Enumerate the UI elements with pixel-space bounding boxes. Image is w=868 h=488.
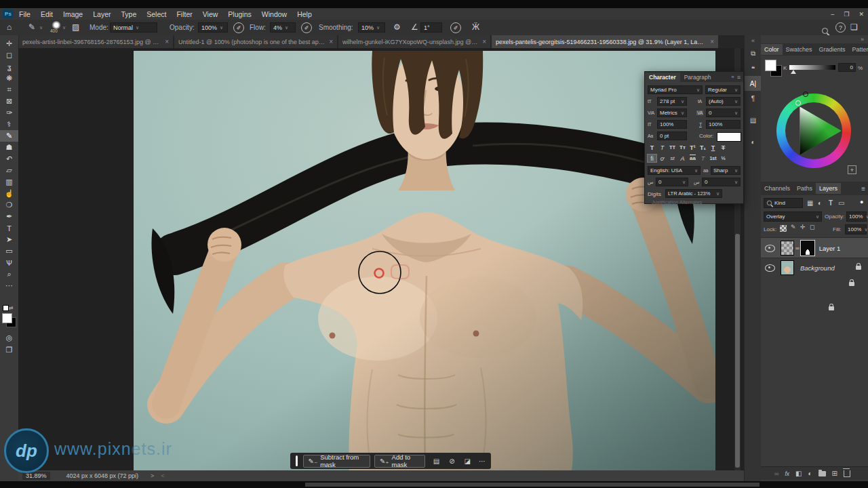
background-layer-name[interactable]: Background xyxy=(800,264,835,272)
tab-paths[interactable]: Paths xyxy=(793,183,816,194)
canvas-photo[interactable] xyxy=(134,51,715,470)
frame-tool[interactable]: ⊠ xyxy=(0,96,18,107)
default-colors-icon[interactable] xyxy=(3,305,9,311)
mask-output-icon[interactable]: ▤ xyxy=(433,458,439,465)
new-group-icon[interactable] xyxy=(818,471,826,476)
smoothing-select[interactable]: 10% xyxy=(358,22,385,33)
layer1-thumbnail[interactable] xyxy=(781,241,794,256)
ordinals-button[interactable]: 1st xyxy=(708,154,718,163)
zoom-tool[interactable]: ⌕ xyxy=(0,268,18,280)
brush-picker-chevron-icon[interactable]: ∨ xyxy=(62,25,66,30)
k-slider-thumb[interactable] xyxy=(791,70,796,74)
menu-plugins[interactable]: Plugins xyxy=(228,10,251,18)
superscript-button[interactable]: T¹ xyxy=(688,143,698,152)
subtract-from-mask-button[interactable]: ✎₋ Subtract from mask xyxy=(303,455,370,468)
paragraph-panel-icon[interactable]: ¶ xyxy=(745,91,762,106)
layers-panel-menu-icon[interactable]: ≡ xyxy=(861,185,865,192)
menu-edit[interactable]: Edit xyxy=(41,10,53,18)
fractions-button[interactable]: ½ xyxy=(718,154,728,163)
preset-chevron-icon[interactable]: ∨ xyxy=(39,25,43,30)
menu-layer[interactable]: Layer xyxy=(93,10,111,18)
clone-source-icon[interactable]: ⧉ xyxy=(745,46,762,61)
tab-close-icon[interactable]: × xyxy=(165,38,169,45)
flow-select[interactable]: 4% xyxy=(270,22,296,33)
comments-icon[interactable]: ❝ xyxy=(745,61,762,76)
layer1-mask-thumbnail[interactable] xyxy=(801,241,814,256)
crop-tool[interactable]: ⌗ xyxy=(0,84,18,96)
font-style-select[interactable]: Regular xyxy=(705,85,741,94)
menu-image[interactable]: Image xyxy=(63,10,83,18)
menu-filter[interactable]: Filter xyxy=(176,10,192,18)
new-layer-icon[interactable]: ⊞ xyxy=(832,470,837,477)
smoothing-options-gear-icon[interactable]: ⚙ xyxy=(393,22,401,32)
tab-close-icon[interactable]: × xyxy=(329,38,333,45)
healing-brush-tool[interactable]: ⚕ xyxy=(0,119,18,130)
foreground-swatch[interactable] xyxy=(765,60,776,71)
menu-view[interactable]: View xyxy=(203,10,218,18)
stylistic-alternates-button[interactable]: aa xyxy=(688,154,698,163)
tab-gradients[interactable]: Gradients xyxy=(816,44,849,55)
quick-selection-tool[interactable]: ❋ xyxy=(0,73,18,84)
tab-paragraph[interactable]: Paragraph xyxy=(680,73,715,82)
tab-close-icon[interactable]: × xyxy=(482,38,486,45)
add-to-mask-button[interactable]: ✎₊ Add to mask xyxy=(374,455,425,468)
discretionary-ligatures-button[interactable]: st xyxy=(667,154,677,163)
new-adjustment-layer-icon[interactable]: ◐ xyxy=(808,470,812,477)
path-selection-tool[interactable]: ➤ xyxy=(0,234,18,245)
screen-mode-button[interactable]: ❐ xyxy=(0,344,18,356)
layer-row-layer1[interactable]: ∞ Layer 1 xyxy=(761,237,868,258)
standard-ligatures-button[interactable]: fi xyxy=(647,154,657,163)
horizontal-scale-field[interactable]: 100% xyxy=(706,120,741,129)
layer-filter-kind-select[interactable]: Kind xyxy=(764,198,803,208)
leading-select[interactable]: (Auto) xyxy=(706,97,741,106)
baseline-shift-field[interactable]: 0 pt xyxy=(657,131,687,140)
lock-position-icon[interactable]: ✛ xyxy=(800,224,806,230)
toggle-brush-panel-icon[interactable]: ▨ xyxy=(72,22,79,32)
libraries-icon[interactable]: ▤ xyxy=(745,113,762,127)
status-next-arrow-icon[interactable]: > xyxy=(151,472,154,479)
language-select[interactable]: English: USA xyxy=(648,166,701,175)
rectangle-tool[interactable]: ▭ xyxy=(0,245,18,257)
dodge-tool[interactable]: ❍ xyxy=(0,199,18,211)
filter-adjustment-layers-icon[interactable]: ◐ xyxy=(818,199,822,207)
tab-color[interactable]: Color xyxy=(761,44,783,55)
document-tab-4-active[interactable]: pexels-pantelis-georgitsis-519466231-195… xyxy=(492,35,718,48)
airbrush-toggle-icon[interactable]: ✐ xyxy=(450,22,461,33)
layer1-name[interactable]: Layer 1 xyxy=(819,245,841,252)
font-size-select[interactable]: 278 pt xyxy=(657,97,687,106)
color-triangle[interactable] xyxy=(776,94,851,168)
lock-pixels-icon[interactable]: ✎ xyxy=(791,224,796,230)
anti-alias-select[interactable]: Sharp xyxy=(711,166,741,175)
text-color-swatch[interactable] xyxy=(717,132,741,142)
type-tool[interactable]: T xyxy=(0,222,18,234)
pen-tool[interactable]: ✒ xyxy=(0,211,18,222)
lock-all-icon[interactable] xyxy=(829,306,834,310)
character-panel-menu-icon[interactable]: ≡ xyxy=(737,74,741,81)
brush-tool-preset-icon[interactable]: ✎ xyxy=(28,22,35,32)
filter-type-layers-icon[interactable]: T xyxy=(829,199,833,207)
tab-channels[interactable]: Channels xyxy=(761,183,793,194)
kashida-short-field[interactable]: 0 xyxy=(656,178,688,186)
eraser-tool[interactable]: ▱ xyxy=(0,165,18,176)
hand-tool[interactable]: Ѱ xyxy=(0,257,18,268)
saturation-marker[interactable] xyxy=(795,100,801,106)
tab-layers[interactable]: Layers xyxy=(816,183,841,194)
menu-window[interactable]: Window xyxy=(262,10,287,18)
vertical-scrollbar-thumb[interactable] xyxy=(735,234,740,468)
brush-angle-input[interactable]: 1° xyxy=(420,22,442,33)
layer1-visibility-eye-icon[interactable] xyxy=(765,245,775,252)
opacity-pressure-icon[interactable]: ✐ xyxy=(233,22,244,33)
hue-marker[interactable] xyxy=(803,92,808,97)
menu-help[interactable]: Help xyxy=(297,10,312,18)
mask-more-options-icon[interactable]: ⋯ xyxy=(479,458,486,465)
clone-stamp-tool[interactable]: ☗ xyxy=(0,142,18,153)
gradient-tool[interactable]: ▥ xyxy=(0,176,18,188)
filter-pixel-layers-icon[interactable]: ▦ xyxy=(807,199,813,207)
lock-artboard-icon[interactable]: ◻ xyxy=(810,224,814,230)
filter-smart-objects-icon[interactable] xyxy=(849,282,854,286)
all-caps-button[interactable]: TT xyxy=(667,143,677,152)
panel-collapse-chevron[interactable]: » xyxy=(731,74,734,80)
search-icon[interactable] xyxy=(822,28,828,34)
tab-patterns[interactable]: Patterns xyxy=(849,44,868,55)
tab-swatches[interactable]: Swatches xyxy=(783,44,816,55)
